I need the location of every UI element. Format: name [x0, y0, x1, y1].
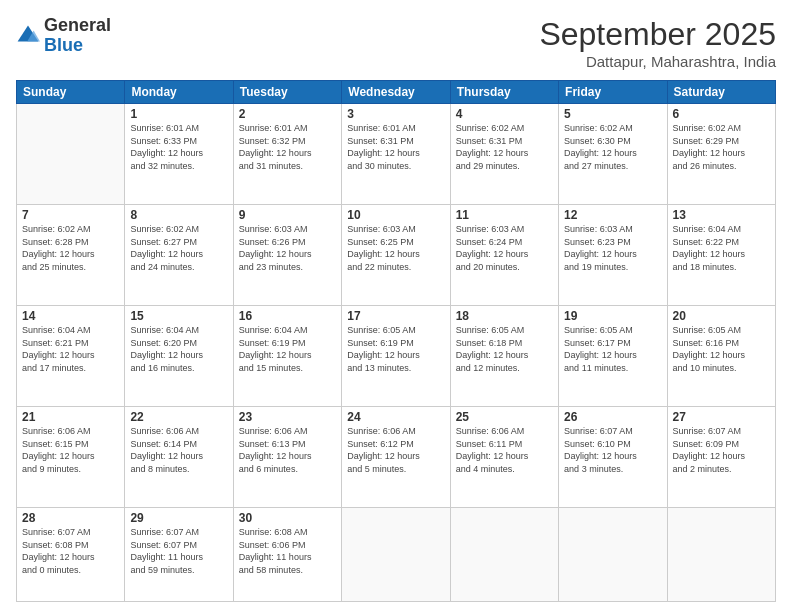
day-number: 27 — [673, 410, 770, 424]
day-info: Sunrise: 6:03 AM Sunset: 6:23 PM Dayligh… — [564, 223, 661, 273]
table-row: 3Sunrise: 6:01 AM Sunset: 6:31 PM Daylig… — [342, 104, 450, 205]
day-info: Sunrise: 6:05 AM Sunset: 6:17 PM Dayligh… — [564, 324, 661, 374]
logo-blue-text: Blue — [44, 35, 83, 55]
header-friday: Friday — [559, 81, 667, 104]
day-info: Sunrise: 6:02 AM Sunset: 6:27 PM Dayligh… — [130, 223, 227, 273]
day-info: Sunrise: 6:01 AM Sunset: 6:33 PM Dayligh… — [130, 122, 227, 172]
table-row: 2Sunrise: 6:01 AM Sunset: 6:32 PM Daylig… — [233, 104, 341, 205]
day-info: Sunrise: 6:04 AM Sunset: 6:20 PM Dayligh… — [130, 324, 227, 374]
table-row: 14Sunrise: 6:04 AM Sunset: 6:21 PM Dayli… — [17, 306, 125, 407]
day-info: Sunrise: 6:03 AM Sunset: 6:24 PM Dayligh… — [456, 223, 553, 273]
table-row: 12Sunrise: 6:03 AM Sunset: 6:23 PM Dayli… — [559, 205, 667, 306]
header: General Blue September 2025 Dattapur, Ma… — [16, 16, 776, 70]
day-info: Sunrise: 6:02 AM Sunset: 6:31 PM Dayligh… — [456, 122, 553, 172]
table-row: 20Sunrise: 6:05 AM Sunset: 6:16 PM Dayli… — [667, 306, 775, 407]
day-number: 25 — [456, 410, 553, 424]
page: General Blue September 2025 Dattapur, Ma… — [0, 0, 792, 612]
day-info: Sunrise: 6:07 AM Sunset: 6:08 PM Dayligh… — [22, 526, 119, 576]
day-number: 7 — [22, 208, 119, 222]
day-number: 13 — [673, 208, 770, 222]
table-row: 16Sunrise: 6:04 AM Sunset: 6:19 PM Dayli… — [233, 306, 341, 407]
day-number: 6 — [673, 107, 770, 121]
day-number: 17 — [347, 309, 444, 323]
day-number: 12 — [564, 208, 661, 222]
table-row: 27Sunrise: 6:07 AM Sunset: 6:09 PM Dayli… — [667, 407, 775, 508]
day-info: Sunrise: 6:07 AM Sunset: 6:07 PM Dayligh… — [130, 526, 227, 576]
day-number: 15 — [130, 309, 227, 323]
table-row — [667, 508, 775, 602]
day-number: 8 — [130, 208, 227, 222]
table-row: 23Sunrise: 6:06 AM Sunset: 6:13 PM Dayli… — [233, 407, 341, 508]
table-row: 24Sunrise: 6:06 AM Sunset: 6:12 PM Dayli… — [342, 407, 450, 508]
day-number: 28 — [22, 511, 119, 525]
logo-general-text: General — [44, 15, 111, 35]
day-number: 2 — [239, 107, 336, 121]
day-info: Sunrise: 6:04 AM Sunset: 6:21 PM Dayligh… — [22, 324, 119, 374]
table-row — [17, 104, 125, 205]
day-number: 9 — [239, 208, 336, 222]
day-number: 10 — [347, 208, 444, 222]
day-number: 23 — [239, 410, 336, 424]
logo-icon — [16, 24, 40, 48]
day-info: Sunrise: 6:05 AM Sunset: 6:16 PM Dayligh… — [673, 324, 770, 374]
day-number: 19 — [564, 309, 661, 323]
day-info: Sunrise: 6:02 AM Sunset: 6:29 PM Dayligh… — [673, 122, 770, 172]
table-row: 19Sunrise: 6:05 AM Sunset: 6:17 PM Dayli… — [559, 306, 667, 407]
header-wednesday: Wednesday — [342, 81, 450, 104]
day-info: Sunrise: 6:06 AM Sunset: 6:14 PM Dayligh… — [130, 425, 227, 475]
header-saturday: Saturday — [667, 81, 775, 104]
calendar-week-row: 21Sunrise: 6:06 AM Sunset: 6:15 PM Dayli… — [17, 407, 776, 508]
calendar-week-row: 28Sunrise: 6:07 AM Sunset: 6:08 PM Dayli… — [17, 508, 776, 602]
day-info: Sunrise: 6:03 AM Sunset: 6:25 PM Dayligh… — [347, 223, 444, 273]
table-row — [342, 508, 450, 602]
table-row: 26Sunrise: 6:07 AM Sunset: 6:10 PM Dayli… — [559, 407, 667, 508]
table-row: 5Sunrise: 6:02 AM Sunset: 6:30 PM Daylig… — [559, 104, 667, 205]
logo: General Blue — [16, 16, 111, 56]
day-number: 24 — [347, 410, 444, 424]
table-row: 6Sunrise: 6:02 AM Sunset: 6:29 PM Daylig… — [667, 104, 775, 205]
day-number: 21 — [22, 410, 119, 424]
table-row — [450, 508, 558, 602]
table-row: 29Sunrise: 6:07 AM Sunset: 6:07 PM Dayli… — [125, 508, 233, 602]
day-number: 29 — [130, 511, 227, 525]
day-number: 20 — [673, 309, 770, 323]
calendar-table: Sunday Monday Tuesday Wednesday Thursday… — [16, 80, 776, 602]
day-number: 22 — [130, 410, 227, 424]
day-info: Sunrise: 6:05 AM Sunset: 6:18 PM Dayligh… — [456, 324, 553, 374]
day-info: Sunrise: 6:05 AM Sunset: 6:19 PM Dayligh… — [347, 324, 444, 374]
day-info: Sunrise: 6:04 AM Sunset: 6:19 PM Dayligh… — [239, 324, 336, 374]
day-number: 26 — [564, 410, 661, 424]
day-number: 3 — [347, 107, 444, 121]
table-row: 22Sunrise: 6:06 AM Sunset: 6:14 PM Dayli… — [125, 407, 233, 508]
day-info: Sunrise: 6:02 AM Sunset: 6:28 PM Dayligh… — [22, 223, 119, 273]
day-number: 14 — [22, 309, 119, 323]
day-info: Sunrise: 6:06 AM Sunset: 6:13 PM Dayligh… — [239, 425, 336, 475]
day-info: Sunrise: 6:03 AM Sunset: 6:26 PM Dayligh… — [239, 223, 336, 273]
table-row: 9Sunrise: 6:03 AM Sunset: 6:26 PM Daylig… — [233, 205, 341, 306]
table-row: 15Sunrise: 6:04 AM Sunset: 6:20 PM Dayli… — [125, 306, 233, 407]
table-row: 17Sunrise: 6:05 AM Sunset: 6:19 PM Dayli… — [342, 306, 450, 407]
day-number: 16 — [239, 309, 336, 323]
day-info: Sunrise: 6:02 AM Sunset: 6:30 PM Dayligh… — [564, 122, 661, 172]
day-info: Sunrise: 6:07 AM Sunset: 6:09 PM Dayligh… — [673, 425, 770, 475]
calendar-week-row: 14Sunrise: 6:04 AM Sunset: 6:21 PM Dayli… — [17, 306, 776, 407]
table-row: 1Sunrise: 6:01 AM Sunset: 6:33 PM Daylig… — [125, 104, 233, 205]
day-number: 30 — [239, 511, 336, 525]
table-row: 28Sunrise: 6:07 AM Sunset: 6:08 PM Dayli… — [17, 508, 125, 602]
header-sunday: Sunday — [17, 81, 125, 104]
day-number: 4 — [456, 107, 553, 121]
day-number: 1 — [130, 107, 227, 121]
weekday-header-row: Sunday Monday Tuesday Wednesday Thursday… — [17, 81, 776, 104]
day-info: Sunrise: 6:06 AM Sunset: 6:11 PM Dayligh… — [456, 425, 553, 475]
table-row: 11Sunrise: 6:03 AM Sunset: 6:24 PM Dayli… — [450, 205, 558, 306]
header-monday: Monday — [125, 81, 233, 104]
day-number: 5 — [564, 107, 661, 121]
header-tuesday: Tuesday — [233, 81, 341, 104]
day-info: Sunrise: 6:08 AM Sunset: 6:06 PM Dayligh… — [239, 526, 336, 576]
day-info: Sunrise: 6:06 AM Sunset: 6:15 PM Dayligh… — [22, 425, 119, 475]
location: Dattapur, Maharashtra, India — [539, 53, 776, 70]
day-number: 18 — [456, 309, 553, 323]
header-thursday: Thursday — [450, 81, 558, 104]
table-row: 10Sunrise: 6:03 AM Sunset: 6:25 PM Dayli… — [342, 205, 450, 306]
table-row: 13Sunrise: 6:04 AM Sunset: 6:22 PM Dayli… — [667, 205, 775, 306]
